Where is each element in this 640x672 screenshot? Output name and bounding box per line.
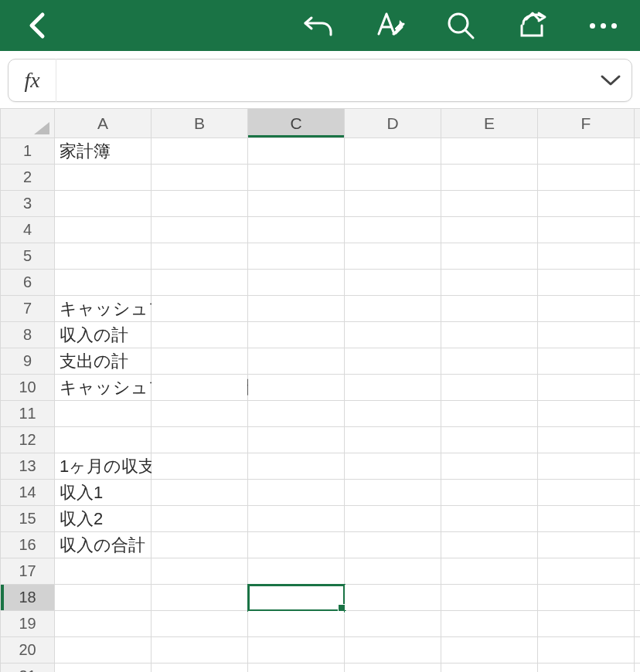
- row-header-17[interactable]: 17: [1, 558, 55, 585]
- search-button[interactable]: [437, 2, 484, 49]
- cell-edge-13[interactable]: [635, 453, 641, 480]
- cell-C19[interactable]: [248, 611, 345, 637]
- row-header-9[interactable]: 9: [1, 348, 55, 375]
- cell-F19[interactable]: [538, 611, 635, 637]
- cell-A13[interactable]: 1ヶ月の収支: [55, 453, 151, 480]
- cell-E17[interactable]: [441, 558, 538, 585]
- cell-D8[interactable]: [345, 322, 441, 348]
- cell-B8[interactable]: [151, 322, 248, 348]
- cell-D15[interactable]: [345, 506, 441, 532]
- row-header-5[interactable]: 5: [1, 243, 55, 270]
- row-header-7[interactable]: 7: [1, 296, 55, 322]
- cell-E7[interactable]: [441, 296, 538, 322]
- more-menu-button[interactable]: [580, 2, 626, 49]
- undo-button[interactable]: [295, 2, 342, 49]
- row-header-10[interactable]: 10: [1, 375, 55, 401]
- cell-A20[interactable]: [55, 637, 151, 664]
- cell-A6[interactable]: [55, 270, 151, 296]
- cell-E1[interactable]: [441, 138, 538, 165]
- row-header-16[interactable]: 16: [1, 532, 55, 558]
- cell-F11[interactable]: [538, 401, 635, 427]
- cell-F6[interactable]: [538, 270, 635, 296]
- cell-D19[interactable]: [345, 611, 441, 637]
- column-header-F[interactable]: F: [538, 109, 635, 138]
- cell-edge-5[interactable]: [635, 243, 641, 270]
- cell-B21[interactable]: [151, 664, 248, 673]
- cell-C13[interactable]: [248, 453, 345, 480]
- cell-B14[interactable]: [151, 480, 248, 506]
- cell-B20[interactable]: [151, 637, 248, 664]
- cell-edge-12[interactable]: [635, 427, 641, 453]
- cell-C2[interactable]: [248, 165, 345, 191]
- cell-D5[interactable]: [345, 243, 441, 270]
- cell-D4[interactable]: [345, 217, 441, 243]
- cell-F5[interactable]: [538, 243, 635, 270]
- cell-edge-21[interactable]: [635, 664, 641, 673]
- cell-B12[interactable]: [151, 427, 248, 453]
- cell-A19[interactable]: [55, 611, 151, 637]
- spreadsheet-grid[interactable]: A B C D E F 1家計簿234567キャッシュフロー8収入の計9支出の計…: [0, 108, 640, 672]
- cell-F4[interactable]: [538, 217, 635, 243]
- formula-expand-button[interactable]: [590, 59, 631, 102]
- cell-edge-20[interactable]: [635, 637, 641, 664]
- cell-E19[interactable]: [441, 611, 538, 637]
- cell-E8[interactable]: [441, 322, 538, 348]
- cell-D10[interactable]: [345, 375, 441, 401]
- cell-E20[interactable]: [441, 637, 538, 664]
- cell-D9[interactable]: [345, 348, 441, 375]
- cell-E12[interactable]: [441, 427, 538, 453]
- row-header-1[interactable]: 1: [1, 138, 55, 165]
- cell-edge-14[interactable]: [635, 480, 641, 506]
- cell-D6[interactable]: [345, 270, 441, 296]
- cell-E10[interactable]: [441, 375, 538, 401]
- cell-D13[interactable]: [345, 453, 441, 480]
- cell-C11[interactable]: [248, 401, 345, 427]
- back-button[interactable]: [14, 2, 60, 49]
- row-header-8[interactable]: 8: [1, 322, 55, 348]
- cell-F18[interactable]: [538, 585, 635, 611]
- cell-E13[interactable]: [441, 453, 538, 480]
- cell-E21[interactable]: [441, 664, 538, 673]
- row-header-3[interactable]: 3: [1, 191, 55, 217]
- cell-F3[interactable]: [538, 191, 635, 217]
- cell-A21[interactable]: [55, 664, 151, 673]
- cell-edge-1[interactable]: [635, 138, 641, 165]
- cell-C18[interactable]: [248, 585, 345, 611]
- cell-C15[interactable]: [248, 506, 345, 532]
- cell-E9[interactable]: [441, 348, 538, 375]
- share-button[interactable]: [509, 2, 555, 49]
- cell-B2[interactable]: [151, 165, 248, 191]
- cell-F15[interactable]: [538, 506, 635, 532]
- cell-A10[interactable]: キャッシュフローの合計: [55, 375, 151, 401]
- cell-F10[interactable]: [538, 375, 635, 401]
- cell-D20[interactable]: [345, 637, 441, 664]
- cell-F16[interactable]: [538, 532, 635, 558]
- row-header-6[interactable]: 6: [1, 270, 55, 296]
- cell-F20[interactable]: [538, 637, 635, 664]
- cell-B15[interactable]: [151, 506, 248, 532]
- cell-A2[interactable]: [55, 165, 151, 191]
- cell-A4[interactable]: [55, 217, 151, 243]
- cell-A9[interactable]: 支出の計: [55, 348, 151, 375]
- cell-D1[interactable]: [345, 138, 441, 165]
- cell-D14[interactable]: [345, 480, 441, 506]
- cell-E16[interactable]: [441, 532, 538, 558]
- cell-E5[interactable]: [441, 243, 538, 270]
- cell-F8[interactable]: [538, 322, 635, 348]
- cell-B17[interactable]: [151, 558, 248, 585]
- cell-C6[interactable]: [248, 270, 345, 296]
- cell-A15[interactable]: 収入2: [55, 506, 151, 532]
- cell-edge-11[interactable]: [635, 401, 641, 427]
- cell-C9[interactable]: [248, 348, 345, 375]
- cell-E3[interactable]: [441, 191, 538, 217]
- cell-A16[interactable]: 収入の合計: [55, 532, 151, 558]
- cell-A18[interactable]: [55, 585, 151, 611]
- cell-B19[interactable]: [151, 611, 248, 637]
- cell-B10[interactable]: [151, 375, 248, 401]
- column-header-A[interactable]: A: [55, 109, 151, 138]
- cell-edge-6[interactable]: [635, 270, 641, 296]
- cell-edge-9[interactable]: [635, 348, 641, 375]
- cell-F9[interactable]: [538, 348, 635, 375]
- cell-F12[interactable]: [538, 427, 635, 453]
- cell-E2[interactable]: [441, 165, 538, 191]
